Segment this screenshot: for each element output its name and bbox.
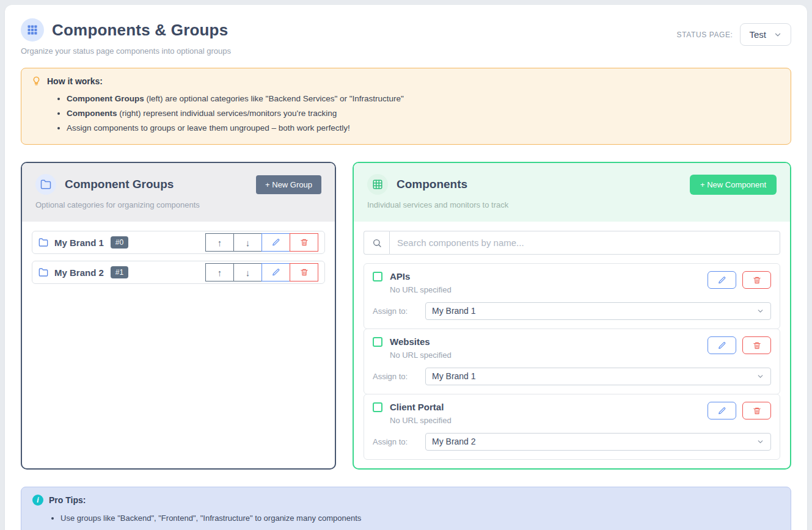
arrow-up-icon: ↑ [218, 238, 222, 248]
folder-icon [38, 267, 48, 277]
trash-icon [753, 341, 761, 350]
component-name: Websites [390, 336, 430, 347]
move-down-button[interactable]: ↓ [233, 263, 262, 281]
components-panel: Components + New Component Individual se… [353, 162, 791, 470]
pro-tips-list: Use groups like "Backend", "Frontend", "… [32, 511, 780, 530]
status-page-dropdown[interactable]: Test [740, 23, 791, 46]
assign-to-label: Assign to: [373, 307, 425, 316]
groups-list: My Brand 1 #0 ↑ ↓ [22, 222, 335, 468]
components-grid-icon [21, 18, 44, 42]
chevron-down-icon [756, 438, 764, 446]
pencil-icon [272, 268, 280, 277]
component-actions [708, 336, 771, 354]
component-groups-panel: Component Groups + New Group Optional ca… [21, 162, 336, 470]
new-group-button[interactable]: + New Group [256, 175, 321, 194]
component-search [364, 231, 780, 255]
assigned-group-value: My Brand 1 [432, 306, 476, 316]
component-info: Client Portal No URL specified [373, 402, 708, 425]
folder-icon [38, 238, 48, 247]
status-page-value: Test [749, 29, 766, 40]
how-it-works-list: Component Groups (left) are optional cat… [31, 92, 781, 136]
status-page-label: STATUS PAGE: [677, 31, 733, 39]
component-card: Websites No URL specified [364, 329, 780, 394]
component-actions [708, 402, 771, 419]
lightbulb-icon [31, 76, 42, 86]
edit-component-button[interactable] [708, 336, 736, 354]
delete-component-button[interactable] [742, 336, 771, 354]
edit-group-button[interactable] [262, 263, 290, 281]
group-actions: ↑ ↓ [205, 233, 318, 252]
group-row: My Brand 1 #0 ↑ ↓ [32, 231, 325, 254]
assign-to-label: Assign to: [373, 437, 425, 446]
info-icon: i [32, 495, 43, 506]
group-name: My Brand 1 [54, 238, 104, 248]
component-square-icon [373, 402, 382, 412]
delete-group-button[interactable] [290, 263, 318, 281]
trash-icon [300, 268, 309, 277]
component-square-icon [373, 272, 382, 281]
page-subtitle: Organize your status page components int… [21, 46, 231, 56]
how-it-works-item: Component Groups (left) are optional cat… [67, 92, 781, 106]
assigned-group-value: My Brand 2 [432, 437, 476, 446]
component-actions [708, 271, 771, 289]
arrow-down-icon: ↓ [246, 238, 251, 248]
edit-component-button[interactable] [708, 402, 736, 419]
components-panel-subtitle: Individual services and monitors to trac… [367, 200, 777, 209]
component-info: APIs No URL specified [373, 271, 708, 294]
delete-component-button[interactable] [742, 271, 771, 289]
folder-icon [35, 174, 56, 195]
component-name: APIs [390, 271, 410, 281]
pro-tips-item: Use the up/down arrow buttons to reorder… [60, 526, 780, 530]
how-it-works-item: Assign components to groups or leave the… [67, 121, 781, 136]
component-url-status: No URL specified [390, 350, 708, 360]
search-input[interactable] [389, 231, 780, 255]
assigned-group-value: My Brand 1 [432, 371, 476, 381]
component-url-status: No URL specified [390, 285, 708, 294]
chevron-down-icon [774, 31, 782, 39]
how-it-works-title: How it works: [47, 76, 103, 86]
group-row: My Brand 2 #1 ↑ ↓ [32, 261, 325, 284]
how-it-works-item: Components (right) represent individual … [67, 106, 781, 121]
assign-group-dropdown[interactable]: My Brand 2 [425, 433, 771, 451]
delete-component-button[interactable] [742, 402, 771, 419]
components-panel-title: Components [397, 178, 467, 191]
components-panel-header: Components + New Component Individual se… [354, 163, 790, 222]
arrow-up-icon: ↑ [218, 267, 222, 278]
groups-panel-title: Component Groups [65, 178, 174, 191]
delete-group-button[interactable] [290, 233, 318, 252]
pencil-icon [718, 407, 726, 415]
assign-to-label: Assign to: [373, 372, 425, 381]
components-list: APIs No URL specified [354, 222, 790, 468]
component-card: APIs No URL specified [364, 263, 780, 329]
group-order-badge: #0 [111, 236, 128, 249]
arrow-down-icon: ↓ [246, 267, 251, 278]
move-down-button[interactable]: ↓ [233, 233, 262, 252]
assign-group-dropdown[interactable]: My Brand 1 [425, 368, 771, 385]
chevron-down-icon [756, 372, 764, 380]
groups-panel-subtitle: Optional categories for organizing compo… [35, 200, 321, 209]
component-url-status: No URL specified [390, 416, 708, 425]
table-grid-icon [367, 174, 388, 195]
edit-group-button[interactable] [262, 233, 290, 252]
pencil-icon [718, 276, 726, 285]
pro-tips-item: Use groups like "Backend", "Frontend", "… [60, 511, 780, 526]
component-name: Client Portal [390, 402, 444, 412]
group-name: My Brand 2 [54, 267, 104, 278]
pencil-icon [272, 238, 280, 247]
main-card: Components & Groups Organize your status… [5, 5, 807, 530]
trash-icon [753, 407, 761, 415]
edit-component-button[interactable] [708, 271, 736, 289]
trash-icon [753, 276, 761, 285]
pro-tips-title: Pro Tips: [49, 495, 86, 505]
group-order-badge: #1 [111, 266, 128, 278]
new-component-button[interactable]: + New Component [690, 175, 777, 195]
component-square-icon [373, 337, 382, 347]
chevron-down-icon [756, 307, 764, 315]
component-card: Client Portal No URL specified [364, 394, 780, 460]
search-icon [364, 231, 389, 255]
assign-group-dropdown[interactable]: My Brand 1 [425, 302, 771, 320]
pencil-icon [718, 341, 726, 350]
move-up-button[interactable]: ↑ [205, 263, 234, 281]
group-actions: ↑ ↓ [205, 263, 318, 281]
move-up-button[interactable]: ↑ [205, 233, 234, 252]
